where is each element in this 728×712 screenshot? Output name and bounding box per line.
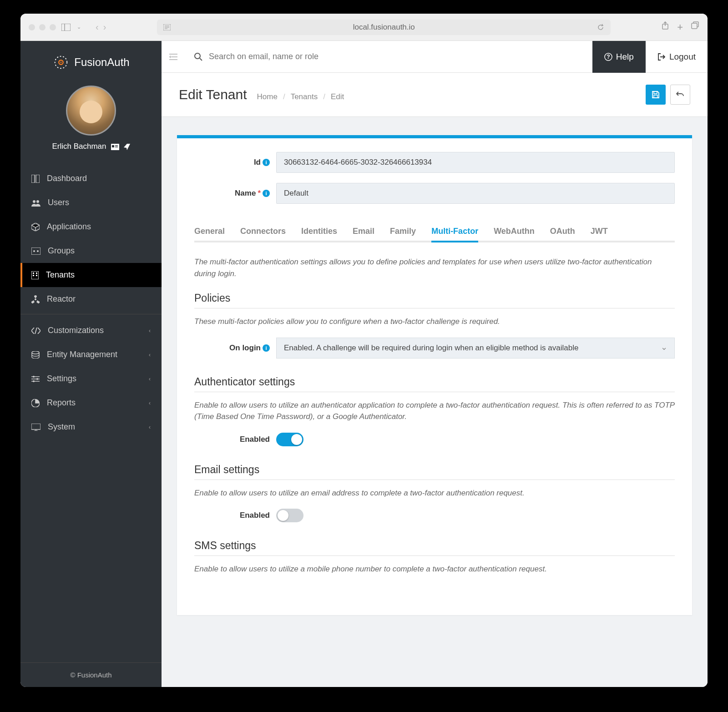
sidebar-item-system[interactable]: System‹: [20, 415, 162, 439]
back-icon[interactable]: ‹: [96, 22, 99, 32]
info-icon[interactable]: i: [263, 190, 270, 197]
svg-point-33: [36, 378, 38, 380]
sms-desc: Enable to allow users to utilize a mobil…: [194, 563, 675, 575]
new-tab-icon[interactable]: +: [677, 21, 683, 33]
sidebar-item-groups[interactable]: Groups: [20, 239, 162, 263]
sidebar-item-entity-management[interactable]: Entity Management‹: [20, 343, 162, 367]
policies-desc: These multi-factor policies allow you to…: [194, 316, 675, 328]
svg-text:?: ?: [607, 54, 610, 60]
dashboard-icon: [31, 175, 40, 183]
tab-identities[interactable]: Identities: [301, 222, 337, 242]
tab-multi-factor[interactable]: Multi-Factor: [431, 222, 478, 242]
forward-icon[interactable]: ›: [103, 22, 106, 32]
traffic-minimize-icon[interactable]: [39, 24, 46, 30]
url-bar[interactable]: local.fusionauth.io: [157, 20, 611, 35]
svg-point-32: [33, 376, 35, 378]
svg-rect-22: [31, 271, 39, 279]
page-header: Edit Tenant Home / Tenants / Edit: [162, 73, 708, 117]
logo: FusionAuth: [20, 41, 162, 81]
help-icon: ?: [604, 52, 612, 62]
tab-email[interactable]: Email: [353, 222, 374, 242]
help-button[interactable]: ? Help: [592, 41, 646, 73]
breadcrumb-item: Edit: [331, 92, 344, 101]
chevron-down-icon[interactable]: ⌄: [77, 24, 81, 30]
info-icon[interactable]: i: [263, 344, 270, 352]
search-input[interactable]: [209, 52, 583, 61]
svg-rect-45: [654, 91, 657, 94]
tab-webauthn[interactable]: WebAuthn: [494, 222, 535, 242]
id-card-icon[interactable]: [111, 142, 119, 151]
panel: Id i Name* i General Connectors Identiti…: [177, 135, 692, 615]
pie-chart-icon: [31, 399, 40, 407]
svg-rect-23: [33, 273, 34, 274]
tab-oauth[interactable]: OAuth: [550, 222, 575, 242]
id-field[interactable]: [276, 152, 675, 173]
svg-rect-15: [31, 175, 35, 183]
tabs-icon[interactable]: [691, 21, 699, 33]
refresh-icon[interactable]: [597, 23, 604, 32]
sidebar-item-reports[interactable]: Reports‹: [20, 391, 162, 415]
tab-jwt[interactable]: JWT: [591, 222, 608, 242]
traffic-zoom-icon[interactable]: [50, 24, 56, 30]
logo-text: FusionAuth: [74, 56, 129, 69]
svg-point-34: [33, 380, 35, 382]
name-field[interactable]: [276, 183, 675, 204]
nav: Dashboard Users Applications Groups Tena…: [20, 167, 162, 311]
save-button[interactable]: [646, 85, 666, 105]
sidebar-item-customizations[interactable]: Customizations‹: [20, 318, 162, 343]
svg-point-20: [33, 250, 35, 252]
collapse-sidebar-icon[interactable]: [162, 52, 185, 61]
info-icon[interactable]: i: [263, 159, 270, 166]
sidebar-footer: © FusionAuth: [20, 662, 162, 687]
breadcrumb-item[interactable]: Home: [257, 92, 278, 101]
traffic-close-icon[interactable]: [29, 24, 35, 30]
svg-point-27: [35, 298, 36, 300]
email-section: Email settings Enable to allow users to …: [194, 464, 675, 523]
email-desc: Enable to allow users to utilize an emai…: [194, 487, 675, 499]
user-name: Erlich Bachman: [52, 142, 130, 151]
tab-connectors[interactable]: Connectors: [240, 222, 286, 242]
form-row-id: Id i: [194, 152, 675, 173]
tab-general[interactable]: General: [194, 222, 225, 242]
logo-icon: [52, 54, 70, 71]
undo-icon: [676, 91, 684, 98]
tab-content: The multi-factor authentication settings…: [194, 256, 675, 575]
url-text: local.fusionauth.io: [353, 23, 415, 32]
breadcrumb-item[interactable]: Tenants: [291, 92, 318, 101]
sidebar-item-tenants[interactable]: Tenants: [20, 263, 162, 287]
user-block: Erlich Bachman: [20, 81, 162, 160]
chevron-left-icon: ‹: [149, 352, 151, 358]
share-icon[interactable]: [662, 21, 669, 33]
email-enabled-label: Enabled: [194, 511, 276, 520]
logout-button[interactable]: Logout: [646, 41, 708, 73]
cube-icon: [31, 223, 40, 231]
chevron-left-icon: ‹: [149, 400, 151, 406]
svg-rect-7: [692, 23, 697, 29]
sidebar-item-applications[interactable]: Applications: [20, 215, 162, 239]
sidebar-item-users[interactable]: Users: [20, 191, 162, 215]
form-row-name: Name* i: [194, 183, 675, 204]
avatar[interactable]: [66, 86, 116, 136]
sidebar-item-reactor[interactable]: Reactor: [20, 287, 162, 311]
sidebar-item-settings[interactable]: Settings‹: [20, 367, 162, 391]
sidebar-item-dashboard[interactable]: Dashboard: [20, 167, 162, 191]
svg-rect-16: [36, 175, 40, 183]
back-button[interactable]: [670, 85, 690, 105]
svg-point-28: [32, 351, 39, 354]
svg-rect-12: [112, 145, 114, 147]
id-label: Id i: [194, 158, 276, 167]
email-enabled-toggle[interactable]: [276, 509, 303, 522]
chevron-left-icon: ‹: [149, 328, 151, 334]
sidebar-toggle-icon[interactable]: ⌄: [61, 24, 81, 31]
topbar: ? Help Logout: [162, 41, 708, 73]
on-login-select[interactable]: Enabled. A challenge will be required du…: [276, 338, 675, 359]
nav-secondary: Customizations‹ Entity Management‹ Setti…: [20, 318, 162, 439]
svg-point-17: [33, 200, 35, 203]
location-icon[interactable]: [124, 142, 130, 151]
search-wrap: [185, 52, 592, 61]
chevron-left-icon: ‹: [149, 424, 151, 430]
email-title: Email settings: [194, 464, 675, 480]
authenticator-enabled-toggle[interactable]: [276, 433, 303, 446]
mfa-intro: The multi-factor authentication settings…: [194, 256, 675, 279]
tab-family[interactable]: Family: [390, 222, 416, 242]
